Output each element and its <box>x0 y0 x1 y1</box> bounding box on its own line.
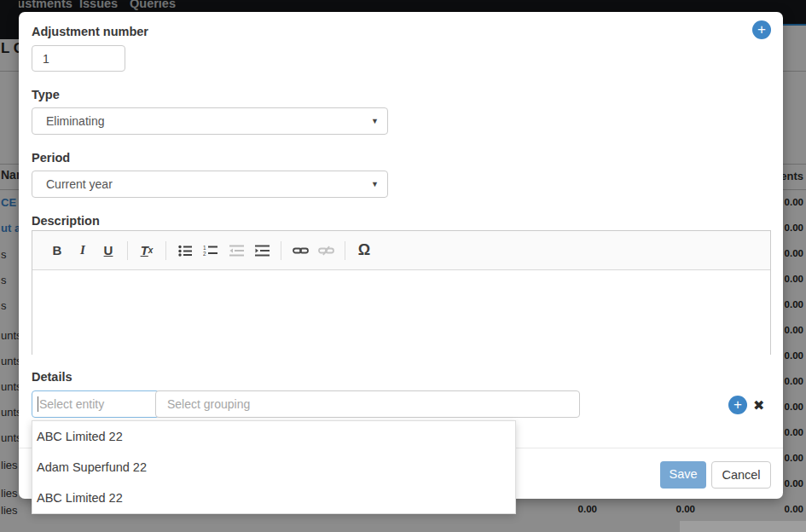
add-detail-row-button[interactable]: + <box>728 396 747 414</box>
type-select[interactable]: Eliminating ▼ <box>32 107 388 135</box>
underline-icon[interactable]: U <box>98 240 119 261</box>
period-select[interactable]: Current year ▼ <box>32 171 388 198</box>
entity-dropdown: ABC Limited 22 Adam Superfund 22 ABC Lim… <box>32 420 516 514</box>
chevron-down-icon: ▼ <box>371 171 379 197</box>
adjustment-dialog: Adjustment number + Type Eliminating ▼ P… <box>19 12 783 499</box>
plus-icon: + <box>734 396 742 413</box>
toolbar-separator <box>281 241 281 260</box>
remove-format-icon[interactable]: Tx <box>136 240 157 261</box>
description-label: Description <box>32 214 100 228</box>
bold-icon[interactable]: B <box>47 240 67 261</box>
cancel-button[interactable]: Cancel <box>711 461 771 489</box>
unlink-icon[interactable] <box>316 240 336 261</box>
numbered-list-icon[interactable]: 1 2 <box>200 240 221 261</box>
special-character-icon[interactable]: Ω <box>354 240 374 261</box>
indent-icon[interactable] <box>252 240 272 261</box>
remove-format-t: T <box>141 243 148 257</box>
screen: Adjustments Issues Queries L G Nan ments… <box>0 0 806 532</box>
editor-toolbar: B I U Tx 1 <box>32 231 770 270</box>
close-icon: ✖ <box>753 398 764 413</box>
save-button[interactable]: Save <box>660 461 706 489</box>
entity-option[interactable]: ABC Limited 22 <box>32 421 515 452</box>
type-label: Type <box>32 88 60 101</box>
chevron-down-icon: ▼ <box>371 108 379 134</box>
link-icon[interactable] <box>290 240 310 261</box>
svg-text:1: 1 <box>203 245 206 251</box>
adjustment-number-input[interactable] <box>32 45 125 72</box>
italic-icon[interactable]: I <box>72 240 93 261</box>
select-grouping-input[interactable] <box>155 390 580 418</box>
text-cursor <box>38 396 38 412</box>
highlighted-cell <box>680 521 806 532</box>
toolbar-separator <box>165 241 166 260</box>
entity-option[interactable]: Adam Superfund 22 <box>32 452 515 483</box>
period-label: Period <box>32 151 70 165</box>
toolbar-separator <box>345 241 345 260</box>
bulleted-list-icon[interactable] <box>175 240 195 261</box>
select-entity-input[interactable] <box>32 390 159 418</box>
entity-option[interactable]: ABC Limited 22 <box>32 483 515 513</box>
type-select-value: Eliminating <box>46 114 104 128</box>
details-label: Details <box>32 370 72 384</box>
adjustment-number-label: Adjustment number <box>32 25 148 38</box>
description-editor: B I U Tx 1 <box>32 230 771 355</box>
description-editor-body[interactable] <box>32 270 770 355</box>
toolbar-separator <box>127 241 128 260</box>
remove-detail-row-button[interactable]: ✖ <box>753 397 764 413</box>
add-adjustment-button[interactable]: + <box>752 20 771 39</box>
plus-icon: + <box>757 21 766 38</box>
svg-text:2: 2 <box>203 251 206 257</box>
outdent-icon[interactable] <box>226 240 246 261</box>
remove-format-x: x <box>148 246 154 255</box>
period-select-value: Current year <box>46 177 113 191</box>
